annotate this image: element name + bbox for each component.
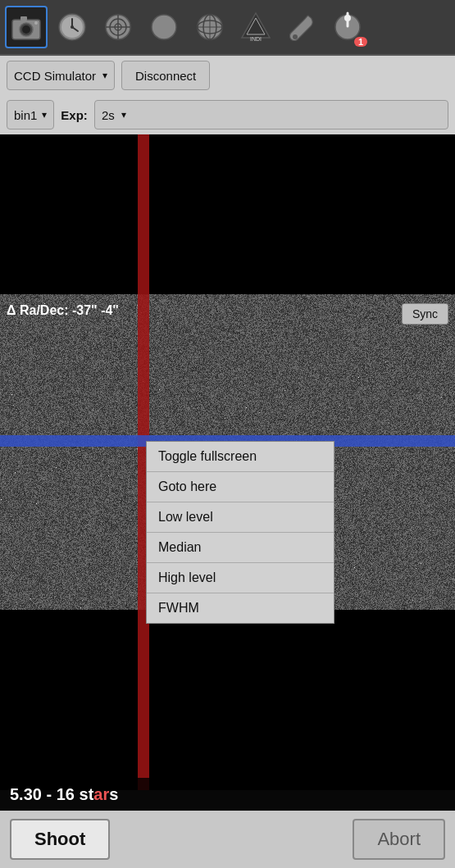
ctx-fwhm[interactable]: FWHM bbox=[147, 593, 334, 623]
status-text: 5.30 - 16 stars bbox=[10, 785, 118, 804]
network-icon[interactable] bbox=[189, 6, 231, 48]
exp-label: Exp: bbox=[61, 108, 88, 122]
abort-button[interactable]: Abort bbox=[353, 819, 445, 860]
exp-selector[interactable]: 2s ▾ bbox=[94, 100, 448, 130]
svg-point-24 bbox=[293, 34, 298, 39]
crosshair-icon[interactable] bbox=[97, 6, 139, 48]
ctx-goto-here[interactable]: Goto here bbox=[147, 472, 334, 502]
svg-rect-3 bbox=[20, 16, 27, 20]
ctx-high-level[interactable]: High level bbox=[147, 563, 334, 593]
ctx-median[interactable]: Median bbox=[147, 533, 334, 563]
black-bottom bbox=[0, 610, 455, 790]
image-area[interactable]: Δ Ra/Dec: -37" -4" Sync Toggle fullscree… bbox=[0, 134, 455, 790]
halfmoon-icon[interactable] bbox=[143, 6, 185, 48]
bottom-bar: Shoot Abort bbox=[0, 811, 455, 868]
context-menu: Toggle fullscreen Goto here Low level Me… bbox=[146, 441, 334, 624]
bin-selector[interactable]: bin1 ▾ bbox=[7, 100, 54, 130]
camera-icon[interactable] bbox=[5, 6, 48, 48]
device-dropdown-arrow: ▾ bbox=[102, 70, 107, 81]
svg-point-4 bbox=[34, 21, 38, 25]
bin-dropdown-arrow: ▾ bbox=[42, 109, 47, 120]
status-bar: 5.30 - 16 stars bbox=[0, 778, 455, 811]
svg-text:INDI: INDI bbox=[250, 36, 262, 42]
black-top bbox=[0, 134, 455, 294]
ctx-toggle-fullscreen[interactable]: Toggle fullscreen bbox=[147, 442, 334, 472]
warning-icon[interactable]: 1 bbox=[326, 6, 369, 48]
svg-point-15 bbox=[152, 15, 176, 39]
toolbar: INDI 1 bbox=[0, 0, 455, 56]
exp-row: bin1 ▾ Exp: 2s ▾ bbox=[0, 95, 455, 134]
ctx-low-level[interactable]: Low level bbox=[147, 502, 334, 533]
svg-point-2 bbox=[22, 25, 30, 34]
warning-badge: 1 bbox=[354, 37, 367, 47]
svg-point-9 bbox=[71, 25, 74, 29]
sync-button[interactable]: Sync bbox=[402, 303, 448, 325]
wrench-icon[interactable] bbox=[280, 6, 323, 48]
indi-icon[interactable]: INDI bbox=[234, 6, 277, 48]
connect-button[interactable]: Disconnect bbox=[121, 61, 210, 90]
device-selector[interactable]: CCD Simulator ▾ bbox=[7, 61, 115, 90]
delta-text: Δ Ra/Dec: -37" -4" bbox=[7, 303, 119, 318]
delta-bar: Δ Ra/Dec: -37" -4" Sync bbox=[0, 298, 455, 329]
exp-dropdown-arrow: ▾ bbox=[121, 109, 126, 120]
shoot-button[interactable]: Shoot bbox=[10, 819, 110, 860]
controls-row: CCD Simulator ▾ Disconnect bbox=[0, 56, 455, 95]
clock-icon[interactable] bbox=[51, 6, 93, 48]
